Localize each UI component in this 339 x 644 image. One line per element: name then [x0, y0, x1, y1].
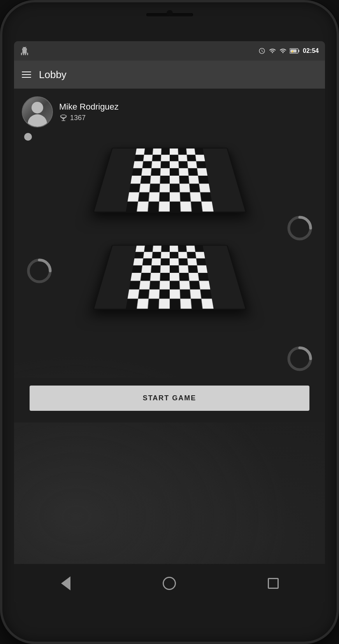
volume-up-button[interactable] — [0, 111, 2, 134]
chess-board-1-container — [14, 137, 325, 215]
power-button[interactable] — [337, 127, 339, 158]
svg-rect-17 — [141, 168, 151, 176]
content-inner: Mike Rodriguez 1367 — [14, 89, 325, 564]
svg-rect-53 — [160, 265, 169, 273]
status-icons: ⚡ 02:54 — [258, 47, 319, 54]
home-icon — [163, 577, 176, 590]
content-area: Mike Rodriguez 1367 — [14, 89, 325, 564]
nav-home-button[interactable] — [162, 576, 177, 591]
wifi-icon — [269, 47, 276, 54]
svg-rect-48 — [133, 258, 143, 265]
svg-rect-70 — [180, 299, 191, 309]
svg-rect-42 — [170, 246, 178, 252]
clock-icon — [258, 47, 265, 54]
avatar-body — [28, 114, 47, 127]
svg-rect-62 — [179, 281, 190, 290]
menu-button[interactable] — [22, 72, 31, 78]
svg-rect-64 — [127, 290, 139, 299]
svg-rect-59 — [188, 273, 199, 281]
chess-board-1-svg — [94, 148, 245, 211]
svg-rect-33 — [137, 202, 148, 212]
spinners-area — [14, 215, 325, 378]
chess-board-2-container — [104, 234, 236, 312]
svg-rect-16 — [187, 161, 197, 168]
svg-rect-31 — [170, 192, 180, 202]
svg-rect-55 — [197, 265, 207, 273]
svg-rect-54 — [179, 265, 188, 273]
svg-rect-11 — [178, 155, 187, 161]
svg-rect-43 — [186, 246, 195, 252]
svg-rect-21 — [130, 176, 141, 184]
nav-recents-button[interactable] — [265, 576, 281, 591]
svg-rect-61 — [159, 281, 169, 290]
svg-rect-15 — [170, 161, 179, 168]
spinner-mid-left-wrapper — [26, 257, 53, 286]
svg-rect-57 — [150, 273, 160, 281]
user-rating-row: 1367 — [59, 113, 119, 122]
svg-rect-14 — [151, 161, 161, 168]
status-bar: ⚡ 02:54 — [14, 41, 325, 61]
svg-rect-6 — [153, 148, 162, 155]
user-profile: Mike Rodriguez 1367 — [14, 89, 325, 131]
svg-rect-23 — [170, 176, 179, 184]
svg-rect-8 — [186, 148, 195, 155]
battery-icon: ⚡ — [290, 47, 300, 54]
chess-board-1[interactable] — [92, 148, 247, 213]
svg-rect-63 — [199, 281, 210, 290]
status-time: 02:54 — [303, 47, 319, 54]
svg-rect-46 — [178, 252, 187, 258]
nav-bar — [14, 564, 325, 603]
svg-rect-49 — [151, 258, 161, 265]
spinner-top-right-wrapper — [286, 215, 313, 243]
toolbar: Lobby — [14, 61, 325, 89]
svg-rect-41 — [153, 246, 162, 252]
svg-rect-34 — [158, 202, 169, 212]
svg-rect-29 — [127, 192, 139, 202]
avatar-head — [32, 102, 43, 113]
status-left — [20, 47, 29, 55]
nav-back-button[interactable] — [58, 576, 74, 591]
recents-icon — [268, 578, 279, 589]
svg-rect-40 — [135, 246, 145, 252]
svg-rect-71 — [201, 299, 213, 309]
svg-rect-36 — [201, 202, 213, 212]
svg-rect-56 — [130, 273, 141, 281]
svg-rect-28 — [199, 184, 210, 192]
trophy-icon — [59, 113, 68, 122]
bottom-section: START GAME — [14, 378, 325, 422]
svg-rect-12 — [195, 155, 205, 161]
camera-dot — [167, 10, 173, 16]
svg-rect-35 — [180, 202, 191, 212]
svg-rect-58 — [170, 273, 179, 281]
start-game-button[interactable]: START GAME — [30, 386, 309, 411]
chess-board-2-svg — [94, 246, 245, 309]
phone-frame: ⚡ 02:54 Lobby — [0, 0, 339, 644]
svg-rect-51 — [187, 258, 197, 265]
svg-rect-13 — [133, 161, 143, 168]
svg-rect-47 — [195, 252, 205, 258]
chess-board-2[interactable] — [92, 245, 247, 310]
svg-rect-60 — [139, 281, 150, 290]
spinner-bottom-right — [286, 345, 313, 372]
avatar-image — [23, 97, 52, 127]
svg-rect-27 — [179, 184, 190, 192]
svg-rect-65 — [148, 290, 159, 299]
svg-rect-66 — [170, 290, 180, 299]
user-info: Mike Rodriguez 1367 — [59, 102, 119, 122]
svg-rect-44 — [143, 252, 152, 258]
volume-down-button[interactable] — [0, 142, 2, 166]
screen: ⚡ 02:54 Lobby — [14, 41, 325, 603]
svg-rect-22 — [150, 176, 160, 184]
svg-rect-50 — [170, 258, 179, 265]
svg-rect-5 — [135, 148, 145, 155]
svg-rect-67 — [190, 290, 201, 299]
svg-rect-45 — [161, 252, 170, 258]
svg-text:⚡: ⚡ — [291, 50, 294, 53]
user-name: Mike Rodriguez — [59, 102, 119, 112]
svg-rect-19 — [179, 168, 188, 176]
svg-rect-32 — [190, 192, 201, 202]
svg-rect-24 — [188, 176, 199, 184]
hamburger-line-2 — [22, 74, 31, 75]
page-title: Lobby — [39, 69, 67, 81]
svg-rect-26 — [159, 184, 169, 192]
